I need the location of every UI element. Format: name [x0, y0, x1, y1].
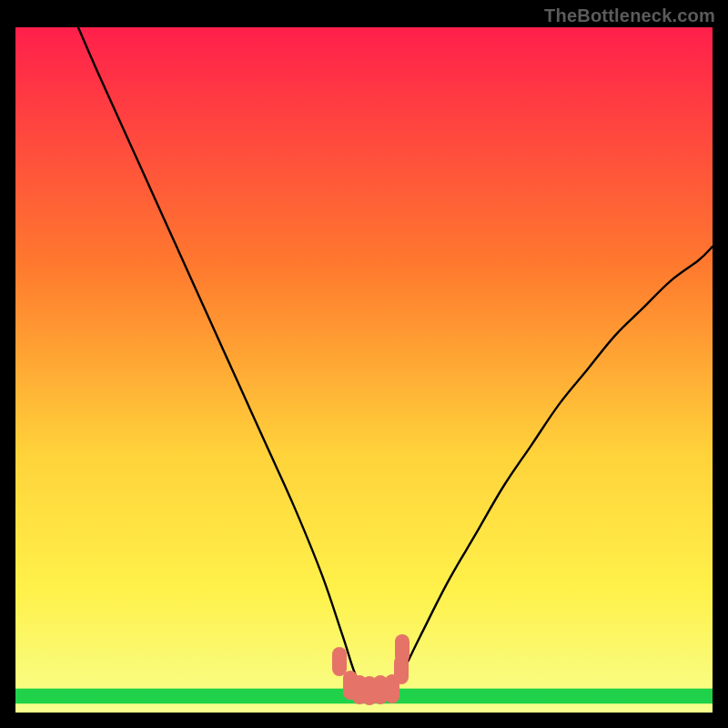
plot-area [15, 27, 713, 713]
data-marker [395, 634, 410, 663]
plot-svg [15, 27, 713, 713]
watermark-text: TheBottleneck.com [544, 5, 715, 26]
chart-stage: TheBottleneck.com [0, 0, 728, 728]
gradient-background [15, 27, 713, 713]
